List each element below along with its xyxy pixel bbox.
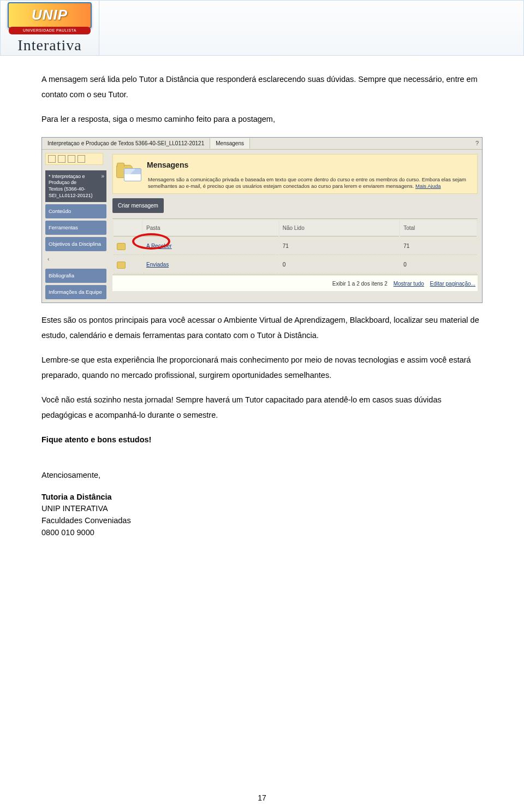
col-pasta[interactable]: Pasta (143, 220, 278, 236)
sidebar-item-objetivos[interactable]: Objetivos da Disciplina (45, 237, 106, 251)
cell-unread: 71 (279, 238, 400, 255)
cell-total: 71 (400, 238, 477, 255)
sidebar-course-title[interactable]: » * Interpretaçao e Produçao de Textos (… (45, 170, 106, 203)
body-paragraph-4: Lembre-se que esta experiência lhe propo… (41, 353, 483, 383)
pagination-status: Exibir 1 a 2 dos itens 2 (332, 281, 388, 287)
signature-institution: UNIP INTERATIVA (41, 503, 483, 515)
document-header: UNIP UNIVERSIDADE PAULISTA Interativa (0, 0, 524, 56)
sidebar-item-bibliografia[interactable]: Bibliografia (45, 269, 106, 283)
signature-faculties: Faculdades Conveniadas (41, 515, 483, 527)
table-row: Enviadas 0 0 (114, 256, 477, 274)
logo-plate: UNIP (8, 2, 92, 28)
sent-link[interactable]: Enviadas (146, 262, 169, 268)
sidebar-mini-icon (68, 155, 75, 163)
table-footer: Exibir 1 a 2 dos itens 2 Mostrar tudo Ed… (112, 275, 478, 291)
signature-block: Atenciosamente, Tutoria a Distância UNIP… (41, 470, 483, 539)
signoff: Fique atento e bons estudos! (41, 432, 483, 448)
body-paragraph-3: Estes são os pontos principais para você… (41, 313, 483, 343)
col-naolido[interactable]: Não Lido (279, 220, 400, 236)
sidebar-item-conteudo[interactable]: Conteúdo (45, 204, 106, 218)
breadcrumb-course[interactable]: Interpretaçao e Produçao de Textos 5366-… (42, 138, 210, 149)
intro-paragraph-2: Para ler a resposta, siga o mesmo caminh… (41, 112, 483, 127)
folder-icon (117, 243, 126, 250)
body-paragraph-5: Você não está sozinho nesta jornada! Sem… (41, 393, 483, 423)
more-help-link[interactable]: Mais Ajuda (415, 183, 440, 189)
sidebar-icon-row[interactable] (45, 153, 103, 165)
logo-subtext: UNIVERSIDADE PAULISTA (9, 27, 91, 34)
show-all-link[interactable]: Mostrar tudo (394, 281, 424, 287)
signature-greeting: Atenciosamente, (41, 470, 483, 482)
brand-name: Interativa (17, 37, 81, 54)
table-row: A Receber 71 71 (114, 238, 477, 255)
sidebar: » * Interpretaçao e Produçao de Textos (… (42, 150, 108, 303)
sidebar-item-equipe[interactable]: Informações da Equipe (45, 285, 106, 299)
page-number: 17 (0, 793, 524, 802)
messages-title: Mensagens (147, 158, 474, 173)
inbox-link[interactable]: A Receber (146, 243, 172, 249)
sidebar-course-prefix: * (49, 174, 51, 179)
table-header-row: Pasta Não Lido Total (114, 220, 477, 236)
messages-panel: Mensagens Mensagens são a comunicação pr… (108, 150, 482, 295)
edit-pagination-link[interactable]: Editar paginação... (430, 281, 475, 287)
signature-phone: 0800 010 9000 (41, 527, 483, 539)
breadcrumb-current: Mensagens (210, 138, 250, 149)
messages-header: Mensagens Mensagens são a comunicação pr… (112, 154, 478, 194)
cell-total: 0 (400, 256, 477, 274)
create-message-button[interactable]: Criar mensagem (112, 198, 164, 213)
intro-paragraph-1: A mensagem será lida pelo Tutor a Distân… (41, 72, 483, 102)
sidebar-mini-icon (58, 155, 66, 163)
breadcrumb-bar: Interpretaçao e Produçao de Textos 5366-… (42, 138, 482, 150)
col-total[interactable]: Total (400, 220, 477, 236)
sidebar-collapse-icon[interactable]: ‹ (47, 254, 49, 264)
logo-box: UNIP UNIVERSIDADE PAULISTA Interativa (1, 1, 99, 55)
screenshot-panel: Interpretaçao e Produçao de Textos 5366-… (41, 137, 483, 303)
chevron-right-icon: » (101, 173, 104, 180)
sidebar-item-ferramentas[interactable]: Ferramentas (45, 221, 106, 235)
logo-text: UNIP (32, 7, 68, 23)
header-spacer (99, 1, 523, 55)
sidebar-mini-icon (48, 155, 56, 163)
help-icon[interactable]: ? (475, 138, 479, 149)
signature-team: Tutoria a Distância (41, 491, 483, 503)
sidebar-mini-icon (78, 155, 85, 163)
messages-description: Mensagens são a comunicação privada e ba… (147, 172, 474, 190)
messages-folder-icon (116, 164, 141, 183)
cell-unread: 0 (279, 256, 400, 274)
messages-table: Pasta Não Lido Total A Receber 71 71 (112, 218, 478, 275)
folder-icon (117, 262, 126, 269)
